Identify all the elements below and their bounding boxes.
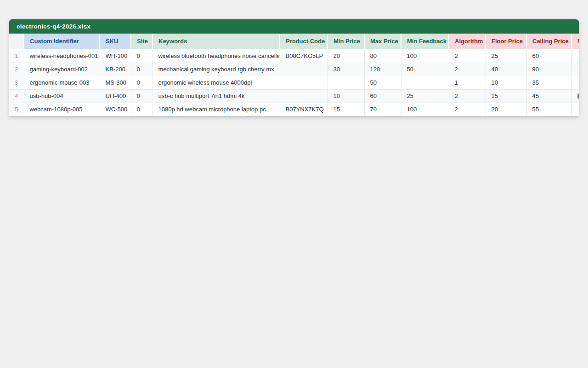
cell-max-price-row1[interactable]: 80 — [364, 49, 401, 63]
cell-product-code-row2[interactable] — [280, 63, 328, 76]
cell-product-code-row5[interactable]: B07YNX7K7Q — [280, 103, 328, 116]
column-header-sku[interactable]: SKU — [100, 34, 131, 49]
column-header-floor-price[interactable]: Floor Price — [486, 34, 526, 49]
cell-custom-identifier-row1[interactable]: wireless-headphones-001 — [24, 49, 100, 63]
cell-sku-row3[interactable]: MS-300 — [100, 76, 131, 89]
cell-keywords-row1[interactable]: wireless bluetooth headphones noise canc… — [153, 49, 280, 63]
column-header-keywords[interactable]: Keywords — [153, 34, 280, 49]
table-body: 1wireless-headphones-001WH-1000wireless … — [9, 49, 579, 116]
cell-min-price-row5[interactable]: 15 — [328, 103, 364, 116]
cell-keywords-row5[interactable]: 1080p hd webcam microphone laptop pc — [153, 103, 280, 116]
row-number[interactable]: 1 — [9, 49, 24, 63]
cell-keywords-row2[interactable]: mechanical gaming keyboard rgb cherry mx — [153, 63, 280, 76]
cell-floor-price-row5[interactable]: 20 — [486, 103, 526, 116]
cell-min-feedback-row1[interactable]: 100 — [401, 49, 449, 63]
cell-min-price-row1[interactable]: 20 — [328, 49, 364, 63]
cell-n-row5[interactable] — [571, 103, 579, 116]
cell-custom-identifier-row3[interactable]: ergonomic-mouse-003 — [24, 76, 100, 89]
cell-site-row1[interactable]: 0 — [131, 49, 153, 63]
cell-min-feedback-row3[interactable] — [401, 76, 449, 89]
cell-min-price-row2[interactable]: 30 — [328, 63, 364, 76]
cell-n-row3[interactable] — [571, 76, 579, 89]
cell-algorithm-row3[interactable]: 1 — [449, 76, 486, 89]
cell-n-row2[interactable] — [571, 63, 579, 76]
column-header-ceiling-price[interactable]: Ceiling Price — [526, 34, 571, 49]
column-header-min-feedback[interactable]: Min Feedback — [401, 34, 449, 49]
cell-algorithm-row2[interactable]: 2 — [449, 63, 486, 76]
cell-min-feedback-row2[interactable]: 50 — [401, 63, 449, 76]
spreadsheet-table: Custom IdentifierSKUSiteKeywordsProduct … — [9, 34, 579, 116]
cell-floor-price-row4[interactable]: 15 — [486, 89, 526, 103]
row-number[interactable]: 5 — [9, 103, 24, 116]
cell-sku-row5[interactable]: WC-500 — [100, 103, 131, 116]
clipped-circle-glyph — [577, 93, 579, 99]
cell-ceiling-price-row1[interactable]: 60 — [526, 49, 571, 63]
spreadsheet-window: electronics-q4-2026.xlsx Custom Identifi… — [9, 19, 579, 116]
cell-product-code-row1[interactable]: B08C7KG5LP — [280, 49, 328, 63]
window-title: electronics-q4-2026.xlsx — [9, 19, 579, 34]
cell-site-row4[interactable]: 0 — [131, 89, 153, 103]
cell-min-feedback-row5[interactable]: 100 — [401, 103, 449, 116]
cell-product-code-row4[interactable] — [280, 89, 328, 103]
cell-floor-price-row1[interactable]: 25 — [486, 49, 526, 63]
cell-keywords-row3[interactable]: ergonomic wireless mouse 4000dpi — [153, 76, 280, 89]
cell-site-row2[interactable]: 0 — [131, 63, 153, 76]
cell-max-price-row3[interactable]: 50 — [364, 76, 401, 89]
column-header-custom-identifier[interactable]: Custom Identifier — [24, 34, 100, 49]
cell-n-row4[interactable] — [571, 89, 579, 103]
table-row: 4usb-hub-004UH-4000usb-c hub multiport 7… — [9, 89, 579, 103]
cell-custom-identifier-row5[interactable]: webcam-1080p-005 — [24, 103, 100, 116]
column-header-max-price[interactable]: Max Price — [364, 34, 401, 49]
cell-max-price-row5[interactable]: 70 — [364, 103, 401, 116]
header-row: Custom IdentifierSKUSiteKeywordsProduct … — [9, 34, 579, 49]
corner-select-all-cell[interactable] — [9, 34, 24, 49]
cell-algorithm-row1[interactable]: 2 — [449, 49, 486, 63]
column-header-n[interactable]: N — [571, 34, 579, 49]
column-header-site[interactable]: Site — [131, 34, 153, 49]
column-header-algorithm[interactable]: Algorithm — [449, 34, 486, 49]
cell-max-price-row4[interactable]: 60 — [364, 89, 401, 103]
cell-product-code-row3[interactable] — [280, 76, 328, 89]
cell-n-row1[interactable] — [571, 49, 579, 63]
cell-ceiling-price-row5[interactable]: 55 — [526, 103, 571, 116]
cell-ceiling-price-row2[interactable]: 90 — [526, 63, 571, 76]
cell-keywords-row4[interactable]: usb-c hub multiport 7in1 hdmi 4k — [153, 89, 280, 103]
cell-custom-identifier-row4[interactable]: usb-hub-004 — [24, 89, 100, 103]
cell-sku-row2[interactable]: KB-200 — [100, 63, 131, 76]
cell-ceiling-price-row3[interactable]: 35 — [526, 76, 571, 89]
cell-sku-row4[interactable]: UH-400 — [100, 89, 131, 103]
row-number[interactable]: 4 — [9, 89, 24, 103]
cell-min-feedback-row4[interactable]: 25 — [401, 89, 449, 103]
cell-site-row3[interactable]: 0 — [131, 76, 153, 89]
row-number[interactable]: 2 — [9, 63, 24, 76]
column-header-min-price[interactable]: Min Price — [328, 34, 364, 49]
cell-ceiling-price-row4[interactable]: 45 — [526, 89, 571, 103]
table-row: 5webcam-1080p-005WC-50001080p hd webcam … — [9, 103, 579, 116]
cell-floor-price-row2[interactable]: 40 — [486, 63, 526, 76]
cell-algorithm-row4[interactable]: 2 — [449, 89, 486, 103]
cell-custom-identifier-row2[interactable]: gaming-keyboard-002 — [24, 63, 100, 76]
table-row: 2gaming-keyboard-002KB-2000mechanical ga… — [9, 63, 579, 76]
row-number[interactable]: 3 — [9, 76, 24, 89]
cell-site-row5[interactable]: 0 — [131, 103, 153, 116]
cell-algorithm-row5[interactable]: 2 — [449, 103, 486, 116]
cell-sku-row1[interactable]: WH-100 — [100, 49, 131, 63]
table-row: 3ergonomic-mouse-003MS-3000ergonomic wir… — [9, 76, 579, 89]
cell-min-price-row4[interactable]: 10 — [328, 89, 364, 103]
cell-max-price-row2[interactable]: 120 — [364, 63, 401, 76]
cell-min-price-row3[interactable] — [328, 76, 364, 89]
column-header-product-code[interactable]: Product Code — [280, 34, 328, 49]
cell-floor-price-row3[interactable]: 10 — [486, 76, 526, 89]
table-row: 1wireless-headphones-001WH-1000wireless … — [9, 49, 579, 63]
